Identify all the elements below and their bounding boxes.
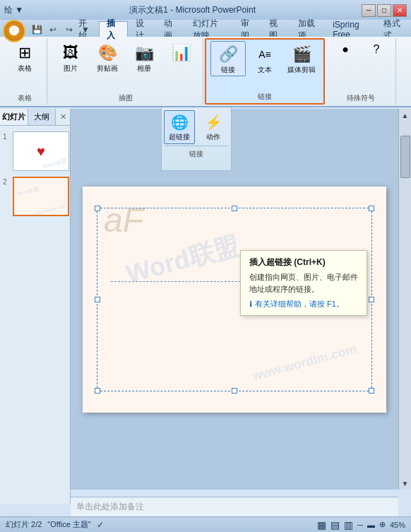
media-label: 媒体剪辑 [287, 66, 316, 74]
title-bar-left: 绘 ▼ [4, 4, 23, 16]
clipart-label: 剪贴画 [97, 64, 118, 73]
slide-panel: 幻灯片 大纲 ✕ 1 ♥ Word联盟 2 Word联盟 www.wordlm.… [0, 109, 71, 504]
scroll-up-button[interactable]: ▲ [399, 109, 412, 122]
maximize-button[interactable]: □ [377, 4, 391, 17]
tab-animation[interactable]: 动画 [156, 21, 184, 37]
zoom-out-button[interactable]: ─ [357, 521, 363, 529]
handle-tr[interactable] [369, 206, 374, 211]
group-images-label: 插图 [49, 93, 203, 103]
media-button[interactable]: 🎬 媒体剪辑 [284, 41, 319, 76]
slide2-content: Word联盟 www.wordlm.com [14, 178, 68, 215]
quick-access-arrow[interactable]: ▼ [78, 23, 93, 37]
redo-button[interactable]: ↪ [62, 23, 76, 37]
tab-design[interactable]: 设计 [128, 21, 156, 37]
status-right: ▦ ▤ ▥ ─ ▬ ⊕ 45% [317, 519, 405, 531]
handle-bl[interactable] [95, 388, 100, 394]
notes-bar[interactable]: 单击此处添加备注 [71, 497, 398, 516]
handle-br[interactable] [369, 388, 374, 394]
close-button[interactable]: ✕ [393, 4, 407, 17]
hyperlink-globe-icon: 🌐 [169, 112, 189, 132]
tab-format[interactable]: 格式式 [376, 21, 411, 37]
picture-icon: 🖼 [59, 42, 82, 64]
symbol2-icon: ? [368, 41, 385, 58]
hyperlink-large-button[interactable]: 🌐 超链接 [164, 110, 195, 144]
text-label: 文本 [258, 66, 272, 74]
table-label: 表格 [18, 64, 32, 73]
main-canvas-area: Word联盟 www.wordlm.com aF 插入超链接 (Ctrl+K) [71, 109, 398, 490]
action-button[interactable]: ⚡ 动作 [198, 110, 229, 144]
picture-label: 图片 [64, 64, 78, 73]
slide-thumb-2[interactable]: 2 Word联盟 www.wordlm.com [13, 177, 60, 216]
symbol1-button[interactable]: ● [330, 40, 360, 59]
quick-access-toolbar: 💾 ↩ ↪ ▼ [30, 23, 93, 37]
link-buttons-row: 🌐 超链接 ⚡ 动作 [164, 110, 229, 144]
zoom-in-button[interactable]: ⊕ [379, 520, 386, 529]
panel-close-button[interactable]: ✕ [56, 109, 70, 125]
album-button[interactable]: 📷 相册 [126, 40, 162, 75]
notes-placeholder: 单击此处添加备注 [76, 501, 144, 513]
zoom-slider[interactable]: ▬ [367, 521, 375, 529]
slide1-preview: ♥ Word联盟 [13, 131, 69, 171]
tab-ispring[interactable]: iSpring Free [325, 21, 376, 37]
scrollbar-vertical: ▲ ▼ [398, 109, 411, 490]
group-links: 🔗 链接 A≡ 文本 🎬 媒体剪辑 链接 [205, 38, 325, 105]
group-images-content: 🖼 图片 🎨 剪贴画 📷 相册 📊 [53, 40, 198, 86]
scroll-down-button[interactable]: ▼ [399, 477, 412, 490]
tab-addins[interactable]: 加载项 [290, 21, 326, 37]
tab-slides[interactable]: 幻灯片 [0, 109, 28, 125]
text-button[interactable]: A≡ 文本 [247, 41, 282, 76]
office-button[interactable]: 🅟 [3, 20, 25, 42]
scrollbar-thumb[interactable] [400, 136, 410, 178]
tooltip-title: 插入超链接 (Ctrl+K) [249, 256, 358, 268]
table-icon: ⊞ [13, 42, 36, 64]
link-divider [165, 146, 228, 146]
tab-review[interactable]: 审阅 [233, 21, 261, 37]
slide-panel-tabs: 幻灯片 大纲 ✕ [0, 109, 70, 126]
picture-button[interactable]: 🖼 图片 [53, 40, 88, 75]
settings-label: 绘 ▼ [4, 4, 23, 16]
table-button[interactable]: ⊞ 表格 [7, 40, 42, 75]
clipart-icon: 🎨 [96, 42, 119, 64]
help-icon: ℹ [249, 300, 252, 309]
media-icon: 🎬 [290, 43, 313, 66]
handle-bm[interactable] [232, 388, 237, 394]
group-special-label: 待殊符号 [326, 93, 395, 103]
view-slider-icon[interactable]: ▤ [330, 519, 340, 531]
title-bar-controls: ─ □ ✕ [362, 4, 407, 17]
tooltip-link-text: 有关详细帮助，请按 F1。 [255, 299, 344, 309]
minimize-button[interactable]: ─ [362, 4, 376, 17]
tab-outline[interactable]: 大纲 [28, 109, 56, 125]
title-bar-title: 演示文稿1 - Microsoft PowerPoint [23, 4, 362, 16]
tab-slideshow[interactable]: 幻灯片放映 [185, 21, 233, 37]
handle-tl[interactable] [95, 206, 100, 211]
status-bar: 幻灯片 2/2 "Office 主题" ✓ ▦ ▤ ▥ ─ ▬ ⊕ 45% [0, 516, 411, 532]
group-links-content: 🔗 链接 A≡ 文本 🎬 媒体剪辑 [210, 41, 319, 88]
office-icon: 🅟 [9, 25, 19, 37]
chart-button[interactable]: 📊 [163, 40, 198, 66]
special-row1: ● ? [330, 40, 391, 59]
group-table: ⊞ 表格 表格 [3, 38, 47, 105]
save-button[interactable]: 💾 [30, 23, 44, 37]
tab-view[interactable]: 视图 [261, 21, 290, 37]
hyperlink-button[interactable]: 🔗 链接 [210, 41, 246, 76]
check-icon: ✓ [97, 520, 104, 530]
handle-mr[interactable] [369, 297, 374, 302]
special-btns: ● ? [330, 40, 391, 71]
chart-icon: 📊 [169, 42, 192, 64]
tooltip-body: 创建指向网页、图片、电子邮件地址或程序的链接。 [249, 271, 358, 295]
view-reading-icon[interactable]: ▥ [344, 519, 353, 531]
handle-ml[interactable] [95, 297, 100, 302]
handle-tm[interactable] [232, 206, 237, 211]
group-special-content: ● ? [330, 40, 391, 82]
undo-button[interactable]: ↩ [46, 23, 60, 37]
tooltip-help-link[interactable]: ℹ 有关详细帮助，请按 F1。 [249, 299, 358, 309]
slide-thumb-1[interactable]: 1 ♥ Word联盟 [13, 131, 60, 171]
group-links-label: 链接 [206, 92, 323, 102]
symbol2-button[interactable]: ? [362, 40, 391, 59]
tab-insert[interactable]: 插入 [99, 21, 127, 37]
view-normal-icon[interactable]: ▦ [317, 519, 326, 531]
slide2-preview: Word联盟 www.wordlm.com [13, 177, 69, 216]
slide1-heart-icon: ♥ [37, 143, 45, 160]
hyperlink-icon: 🔗 [217, 43, 239, 66]
clipart-button[interactable]: 🎨 剪贴画 [90, 40, 125, 75]
